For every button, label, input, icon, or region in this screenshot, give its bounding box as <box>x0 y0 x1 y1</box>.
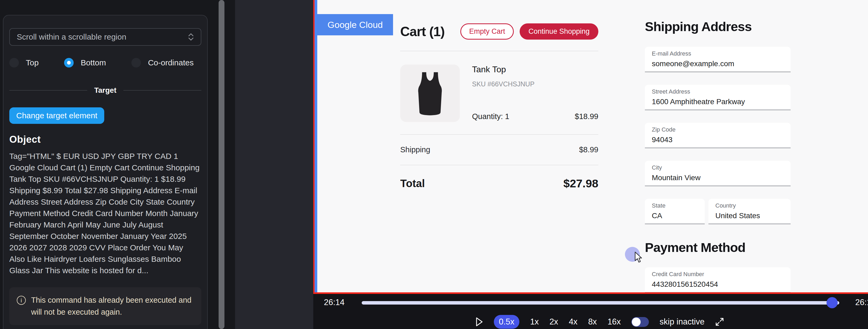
timeline-track[interactable] <box>362 301 839 304</box>
target-section-label: Target <box>94 86 117 95</box>
radio-coordinates[interactable]: Co-ordinates <box>131 58 194 67</box>
play-icon <box>475 317 483 327</box>
timeline-thumb[interactable] <box>827 297 838 308</box>
speed-2x-button[interactable]: 2x <box>550 317 558 327</box>
action-select-value: Scroll within a scrollable region <box>17 32 126 41</box>
product-sku: SKU #66VCHSJNUP <box>472 80 598 88</box>
city-field[interactable]: City Mountain View <box>645 161 790 186</box>
product-details: Tank Top SKU #66VCHSJNUP Quantity: 1 $18… <box>472 65 598 122</box>
speed-8x-button[interactable]: 8x <box>588 317 597 327</box>
expand-icon <box>715 317 724 326</box>
state-label: State <box>652 202 698 209</box>
radio-bottom-circle-icon <box>64 58 74 67</box>
credit-card-number-label: Credit Card Number <box>652 271 784 278</box>
object-text: Tag="HTML" $ EUR USD JPY GBP TRY CAD 1 G… <box>9 151 200 276</box>
player-controls: 0.5x 1x 2x 4x 8x 16x skip inactive <box>322 315 868 329</box>
target-section-divider: Target <box>9 86 201 95</box>
skip-inactive-label: skip inactive <box>659 317 705 327</box>
speed-4x-button[interactable]: 4x <box>569 317 578 327</box>
replay-player-bar: 26:14 26:1 0.5x 1x 2x 4x 8x 16x skip ina… <box>313 294 868 329</box>
country-value: United States <box>715 211 784 220</box>
shipping-cost-label: Shipping <box>400 145 430 154</box>
zip-code-field[interactable]: Zip Code 94043 <box>645 123 790 148</box>
city-label: City <box>652 164 784 171</box>
speed-16x-button[interactable]: 16x <box>608 317 621 327</box>
radio-top-circle-icon <box>9 58 19 67</box>
product-price: $18.99 <box>575 112 598 121</box>
payment-method-heading: Payment Method <box>645 240 790 255</box>
fullscreen-button[interactable] <box>715 317 724 326</box>
select-stepper-icon <box>188 33 194 41</box>
tank-top-image <box>410 71 450 116</box>
info-message-box: i This command has already been executed… <box>9 287 201 325</box>
radio-bottom[interactable]: Bottom <box>64 58 106 67</box>
cart-buttons: Empty Cart Continue Shopping <box>460 23 598 40</box>
zip-code-label: Zip Code <box>652 126 784 133</box>
app: Scroll within a scrollable region Top Bo… <box>0 0 868 329</box>
radio-top[interactable]: Top <box>9 58 38 67</box>
total-row: Total $27.98 <box>400 177 598 190</box>
radio-bottom-label: Bottom <box>81 58 106 67</box>
brand-badge: Google Cloud <box>317 14 393 35</box>
cart-item-row: Tank Top SKU #66VCHSJNUP Quantity: 1 $18… <box>400 65 598 122</box>
divider-line <box>123 90 201 91</box>
action-select[interactable]: Scroll within a scrollable region <box>9 28 201 46</box>
speed-0-5x-button[interactable]: 0.5x <box>494 315 520 329</box>
info-icon: i <box>17 296 26 305</box>
street-address-label: Street Address <box>652 88 784 95</box>
city-value: Mountain View <box>652 173 784 182</box>
email-field-value: someone@example.com <box>652 60 784 68</box>
play-button[interactable] <box>475 317 483 327</box>
cart-section: Cart (1) Empty Cart Continue Shopping Ta… <box>400 23 598 190</box>
divider-line <box>9 90 87 91</box>
divider <box>400 134 598 135</box>
street-address-value: 1600 Amphitheatre Parkway <box>652 98 784 106</box>
radio-top-label: Top <box>26 58 38 67</box>
continue-shopping-button[interactable]: Continue Shopping <box>520 23 598 40</box>
product-image <box>400 65 460 122</box>
shipping-cost-value: $8.99 <box>579 145 598 154</box>
state-country-row: State CA Country United States <box>645 199 790 224</box>
total-label: Total <box>400 177 425 190</box>
current-time: 26:14 <box>324 298 345 307</box>
email-field-label: E-mail Address <box>652 50 784 57</box>
shipping-address-heading: Shipping Address <box>645 19 790 34</box>
scroll-position-radios: Top Bottom Co-ordinates <box>9 58 201 67</box>
checkout-section: Shipping Address E-mail Address someone@… <box>645 19 790 292</box>
command-settings-card: Scroll within a scrollable region Top Bo… <box>3 15 208 329</box>
total-value: $27.98 <box>563 177 598 190</box>
divider <box>400 51 598 51</box>
product-quantity: Quantity: 1 <box>472 112 509 121</box>
toggle-knob <box>632 318 641 326</box>
cart-title: Cart (1) <box>400 24 445 39</box>
change-target-button[interactable]: Change target element <box>9 107 104 124</box>
speed-1x-button[interactable]: 1x <box>530 317 539 327</box>
mouse-cursor-icon <box>633 252 644 264</box>
street-address-field[interactable]: Street Address 1600 Amphitheatre Parkway <box>645 85 790 110</box>
divider <box>400 165 598 165</box>
end-time: 26:1 <box>855 298 868 307</box>
captured-page: Google Cloud Cart (1) Empty Cart Continu… <box>317 0 868 292</box>
radio-coordinates-label: Co-ordinates <box>148 58 194 67</box>
shipping-address-fields: E-mail Address someone@example.com Stree… <box>645 47 790 224</box>
sidebar-scrollbar[interactable] <box>219 0 224 329</box>
object-heading: Object <box>9 134 201 145</box>
empty-cart-button[interactable]: Empty Cart <box>460 23 514 40</box>
state-field[interactable]: State CA <box>645 199 705 224</box>
info-message-text: This command has already been executed a… <box>31 294 194 318</box>
shipping-cost-row: Shipping $8.99 <box>400 145 598 154</box>
email-field[interactable]: E-mail Address someone@example.com <box>645 47 790 72</box>
credit-card-number-value: 4432801561520454 <box>652 280 784 289</box>
country-label: Country <box>715 202 784 209</box>
product-name: Tank Top <box>472 65 598 74</box>
sidebar: Scroll within a scrollable region Top Bo… <box>0 0 235 329</box>
skip-inactive-toggle[interactable] <box>631 317 649 327</box>
cart-header: Cart (1) Empty Cart Continue Shopping <box>400 23 598 40</box>
zip-code-value: 94043 <box>652 135 784 144</box>
credit-card-number-field[interactable]: Credit Card Number 4432801561520454 <box>645 267 790 292</box>
product-qty-price-row: Quantity: 1 $18.99 <box>472 112 598 122</box>
highlight-border-blue-left <box>315 0 317 292</box>
state-value: CA <box>652 211 698 220</box>
radio-coordinates-circle-icon <box>131 58 141 67</box>
country-field[interactable]: Country United States <box>708 199 790 224</box>
